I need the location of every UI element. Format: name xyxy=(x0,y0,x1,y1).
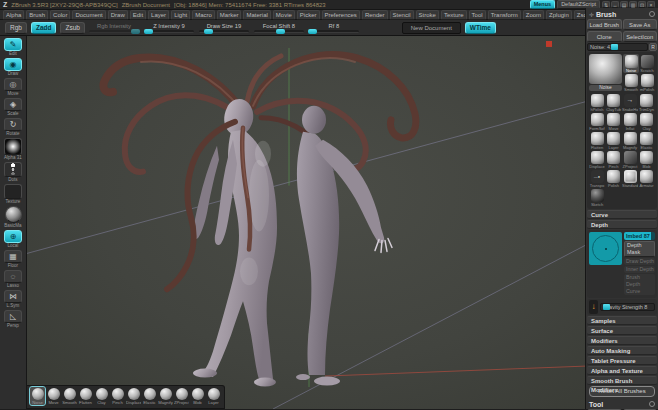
brush-thumbnail[interactable] xyxy=(591,113,604,126)
brush-item[interactable]: Armatur xyxy=(639,169,655,188)
slider-track[interactable] xyxy=(144,30,194,33)
tool-palette-header[interactable]: Tool xyxy=(587,399,657,409)
left-dock-item[interactable]: ✎ Edit xyxy=(1,38,25,56)
document-name-field[interactable]: New Document xyxy=(402,22,461,34)
shelf-slider[interactable]: Rf 8 xyxy=(309,23,359,33)
brush-thumbnail[interactable] xyxy=(624,132,637,145)
brush-thumbnail[interactable] xyxy=(591,170,604,183)
brush-item[interactable]: Smooth xyxy=(623,73,639,92)
brush-item[interactable]: Move xyxy=(606,112,622,131)
tray-brush-item[interactable]: ZProject xyxy=(174,387,189,405)
left-dock-icon[interactable]: ◉ xyxy=(4,58,22,71)
brush-thumbnail[interactable] xyxy=(624,170,637,183)
menu-item[interactable]: Preferences xyxy=(322,10,360,20)
palette-circle-icon[interactable] xyxy=(649,11,655,17)
window-icon[interactable]: ⊡ xyxy=(638,1,646,8)
brush-thumbnail[interactable] xyxy=(625,74,638,87)
menu-item[interactable]: Stencil xyxy=(390,10,414,20)
brush-item[interactable]: Clay xyxy=(639,112,655,131)
left-dock-icon[interactable]: ✎ xyxy=(4,38,22,51)
left-dock-icon[interactable]: ▦ xyxy=(4,250,22,263)
brush-sphere-icon[interactable] xyxy=(48,388,60,400)
brush-item[interactable]: Blob xyxy=(639,150,655,169)
brush-palette-button[interactable]: Save As xyxy=(623,19,658,30)
brush-item[interactable]: Pinch xyxy=(606,150,622,169)
window-icon[interactable]: × xyxy=(647,1,655,8)
drag-handle-icon[interactable]: ✛ xyxy=(589,11,594,18)
brush-palette-button[interactable]: Load Brush xyxy=(587,19,622,30)
noise-slider[interactable]: Noise: 41 xyxy=(587,43,648,51)
left-dock-icon[interactable] xyxy=(4,184,22,199)
left-dock-icon[interactable] xyxy=(5,206,22,223)
left-dock-icon[interactable]: ⊕ xyxy=(4,230,22,243)
brush-sphere-icon[interactable] xyxy=(176,388,188,400)
slider-track[interactable] xyxy=(309,30,359,33)
left-dock-item[interactable]: ⋈ L.Sym xyxy=(1,290,25,308)
left-dock-item[interactable]: Alpha 31 xyxy=(1,138,25,160)
menu-item[interactable]: Macro xyxy=(192,10,215,20)
wtime-button[interactable]: WTime xyxy=(465,22,496,34)
menu-item[interactable]: Draw xyxy=(108,10,128,20)
menu-item[interactable]: Alpha xyxy=(3,10,24,20)
brush-thumbnail[interactable] xyxy=(607,94,620,107)
brush-thumbnail[interactable] xyxy=(640,94,653,107)
section-curve[interactable]: Curve xyxy=(587,210,657,219)
brush-section-header[interactable]: Alpha and Texture xyxy=(587,366,657,375)
brush-sphere-icon[interactable] xyxy=(64,388,76,400)
menus-button[interactable]: Menus xyxy=(530,0,555,9)
slider-knob[interactable] xyxy=(131,29,140,34)
tray-brush-item[interactable]: Pinch xyxy=(110,387,125,405)
brush-item[interactable]: Scratch xyxy=(639,54,655,73)
section-depth[interactable]: Depth xyxy=(587,220,657,229)
zadd-button[interactable]: Zadd xyxy=(31,22,57,34)
left-dock-item[interactable]: Dots xyxy=(1,162,25,182)
rgb-button[interactable]: Rgb xyxy=(5,22,27,34)
left-dock-icon[interactable]: ↻ xyxy=(4,118,22,131)
brush-item[interactable]: Inflat xyxy=(622,112,638,131)
brush-item[interactable]: ZProject xyxy=(622,150,638,169)
menu-item[interactable]: Picker xyxy=(297,10,320,20)
brush-item[interactable]: SnakeHo xyxy=(622,93,638,112)
brush-palette-header[interactable]: ✛ Brush xyxy=(587,9,657,19)
brush-sphere-icon[interactable] xyxy=(208,388,220,400)
brush-item[interactable]: Flatten xyxy=(589,131,605,150)
brush-sphere-icon[interactable] xyxy=(32,388,44,400)
brush-section-header[interactable]: Auto Masking xyxy=(587,346,657,355)
menu-item[interactable]: Layer xyxy=(148,10,169,20)
left-dock-item[interactable]: ▦ Floor xyxy=(1,250,25,268)
slider-knob[interactable] xyxy=(308,29,317,34)
shelf-slider[interactable]: Rgb Intensity xyxy=(89,23,139,33)
left-dock-item[interactable]: ◉ Draw xyxy=(1,58,25,76)
left-dock-icon[interactable]: ◌ xyxy=(4,270,22,283)
brush-thumbnail[interactable] xyxy=(640,170,653,183)
brush-item[interactable]: Noise xyxy=(623,54,639,73)
brush-item[interactable]: Standard xyxy=(622,169,638,188)
left-dock-icon[interactable] xyxy=(4,162,22,177)
brush-sphere-icon[interactable] xyxy=(128,388,140,400)
brush-thumbnail[interactable] xyxy=(607,132,620,145)
zsub-button[interactable]: Zsub xyxy=(60,22,84,34)
gravity-strength-slider[interactable]: Gravity Strength 8 xyxy=(600,303,655,311)
brush-thumbnail[interactable] xyxy=(641,55,654,68)
brush-item[interactable]: mPolish xyxy=(639,73,655,92)
menu-item[interactable]: Stroke xyxy=(416,10,439,20)
brush-section-header[interactable]: Samples xyxy=(587,316,657,325)
slider-knob[interactable] xyxy=(276,29,285,34)
brush-item[interactable]: ClayTub xyxy=(606,93,622,112)
noise-slider-knob[interactable] xyxy=(611,44,618,50)
brush-thumbnail[interactable] xyxy=(624,113,637,126)
tray-brush-item[interactable]: Elastic xyxy=(142,387,157,405)
brush-thumbnail[interactable] xyxy=(591,94,604,107)
menu-item[interactable]: Transform xyxy=(488,10,521,20)
window-icon[interactable]: ↔ xyxy=(611,1,619,8)
slider-track[interactable] xyxy=(254,30,304,33)
window-icon[interactable]: ▥ xyxy=(629,1,637,8)
window-icon[interactable]: ⇅ xyxy=(602,1,610,8)
brush-thumbnail[interactable] xyxy=(607,170,620,183)
brush-thumbnail[interactable] xyxy=(641,74,654,87)
brush-item[interactable]: TrimDyn xyxy=(639,93,655,112)
left-dock-icon[interactable]: ◈ xyxy=(4,98,22,111)
menu-item[interactable]: Zoom xyxy=(523,10,544,20)
depth-mask-button[interactable]: Depth Mask xyxy=(624,241,655,257)
left-dock-icon[interactable]: ◎ xyxy=(4,78,22,91)
